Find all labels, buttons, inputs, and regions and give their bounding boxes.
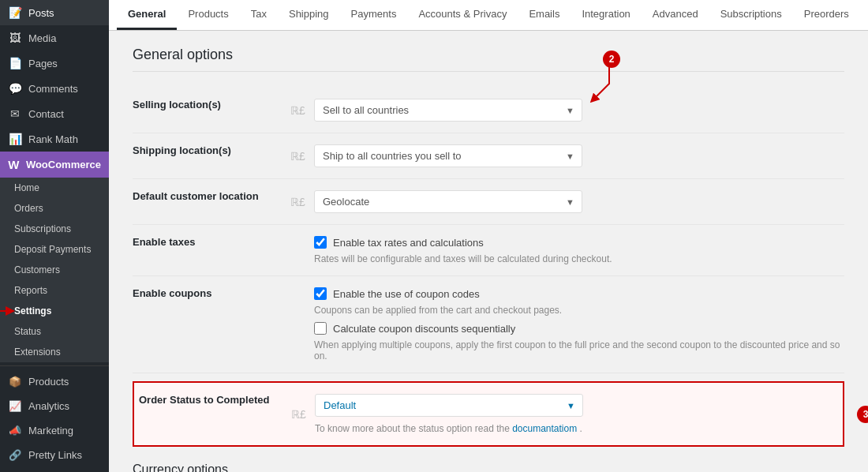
marketing-icon: 📣 [8, 425, 22, 436]
selling-location-field: Sell to all countries Sell to specific c… [314, 88, 844, 133]
selling-location-select-wrapper: Sell to all countries Sell to specific c… [314, 99, 582, 122]
sidebar-divider [0, 365, 109, 366]
settings-table: Selling location(s) ℝ£ Sell to all count… [133, 88, 844, 373]
tab-tax[interactable]: Tax [240, 0, 278, 30]
currency-section-title: Currency options [133, 463, 844, 472]
products-icon: 📦 [8, 376, 22, 388]
shipping-location-field: Ship to all countries you sell to Ship t… [314, 133, 844, 179]
main-content: General Products Tax Shipping Payments A… [109, 0, 868, 472]
enable-taxes-row: Enable taxes Enable tax rates and calcul… [133, 225, 844, 276]
sequential-coupons-label[interactable]: Calculate coupon discounts sequentially [333, 323, 515, 335]
woo-icon: W [8, 158, 20, 171]
shipping-location-row: Shipping location(s) ℝ£ Ship to all coun… [133, 133, 844, 179]
sidebar-item-subscriptions[interactable]: Subscriptions [0, 219, 109, 239]
enable-taxes-checkbox[interactable] [314, 236, 327, 249]
documentation-link[interactable]: documantatiom [512, 423, 577, 434]
media-icon: 🖼 [8, 32, 22, 44]
selling-location-label: Selling location(s) [133, 88, 290, 133]
sidebar-item-analytics[interactable]: 📈 Analytics [0, 394, 109, 418]
coupons-help-2: When applying multiple coupons, apply th… [314, 339, 844, 361]
enable-taxes-checkbox-label[interactable]: Enable tax rates and calculations [333, 237, 484, 249]
tab-products[interactable]: Products [177, 0, 239, 30]
pages-icon: 📄 [8, 57, 22, 69]
annotation-arrow-1 [0, 305, 15, 317]
rankmath-icon: 📊 [8, 133, 22, 145]
sidebar-item-products[interactable]: 📦 Products [0, 369, 109, 394]
woocommerce-submenu: Home Orders Subscriptions Deposit Paymen… [0, 178, 109, 362]
annotation-2-group: 2 [590, 60, 628, 99]
sidebar-item-settings[interactable]: Settings 1 [0, 301, 109, 321]
pretty-links-icon: 🔗 [8, 449, 22, 461]
comments-icon: 💬 [8, 82, 22, 95]
sidebar-item-contact[interactable]: ✉ Contact [0, 101, 109, 126]
sidebar-item-status[interactable]: Status [0, 321, 109, 342]
tax-checkbox-row: Enable tax rates and calculations [314, 236, 844, 249]
tabs-bar: General Products Tax Shipping Payments A… [109, 0, 868, 31]
enable-coupons-label-text[interactable]: Enable the use of coupon codes [333, 288, 480, 300]
tab-accounts-privacy[interactable]: Accounts & Privacy [407, 0, 518, 30]
sequential-coupons-checkbox[interactable] [314, 322, 327, 335]
enable-taxes-field: Enable tax rates and calculations Rates … [314, 225, 844, 276]
order-status-row: Order Status to Completed ℝ£ Default Pro… [133, 382, 844, 446]
order-status-select-wrapper: Default Processing Completed On Hold ▼ [315, 394, 583, 417]
tab-shipping[interactable]: Shipping [278, 0, 340, 30]
enable-coupons-checkbox[interactable] [314, 287, 327, 300]
enable-coupons-label: Enable coupons [133, 276, 290, 373]
selling-location-row: Selling location(s) ℝ£ Sell to all count… [133, 88, 844, 133]
customer-location-select[interactable]: Geolocate No location by default Shop ba… [314, 190, 582, 213]
sidebar-item-extensions[interactable]: Extensions [0, 342, 109, 362]
sidebar-item-orders[interactable]: Orders [0, 198, 109, 219]
tab-subscriptions[interactable]: Subscriptions [709, 0, 793, 30]
order-status-help: To know more about the status option rea… [315, 423, 843, 434]
contact-icon: ✉ [8, 107, 22, 120]
tab-preorders[interactable]: Preorders [793, 0, 860, 30]
sidebar-item-reports[interactable]: Reports [0, 280, 109, 301]
sidebar-item-customers[interactable]: Customers [0, 260, 109, 280]
customer-location-field: Geolocate No location by default Shop ba… [314, 179, 844, 225]
enable-taxes-help: Rates will be configurable and taxes wil… [314, 253, 844, 264]
shipping-location-label: Shipping location(s) [133, 133, 290, 179]
customer-location-row: Default customer location ℝ£ Geolocate N… [133, 179, 844, 225]
sidebar-item-comments[interactable]: 💬 Comments [0, 76, 109, 101]
coupon-checkbox-row-1: Enable the use of coupon codes [314, 287, 844, 300]
selling-location-icon: ℝ£ [290, 88, 314, 133]
sidebar-item-marketing[interactable]: 📣 Marketing [0, 418, 109, 443]
coupon-checkbox-row-2: Calculate coupon discounts sequentially [314, 322, 844, 335]
sidebar-item-posts[interactable]: 📝 Posts [0, 0, 109, 25]
enable-taxes-label: Enable taxes [133, 225, 290, 276]
shipping-location-select-wrapper: Ship to all countries you sell to Ship t… [314, 144, 582, 167]
tab-advanced[interactable]: Advanced [642, 0, 709, 30]
sidebar: 📝 Posts 🖼 Media 📄 Pages 💬 Comments ✉ Con… [0, 0, 109, 472]
customer-location-label: Default customer location [133, 179, 290, 225]
shipping-location-select[interactable]: Ship to all countries you sell to Ship t… [314, 144, 582, 167]
section-title: General options [133, 47, 844, 72]
posts-icon: 📝 [8, 6, 22, 19]
enable-coupons-field: Enable the use of coupon codes Coupons c… [314, 276, 844, 373]
page-content-area: General options Selling location(s) ℝ£ S… [109, 31, 868, 472]
order-status-label: Order Status to Completed [133, 382, 291, 446]
sidebar-item-home[interactable]: Home [0, 178, 109, 198]
sidebar-item-pretty-links[interactable]: 🔗 Pretty Links [0, 443, 109, 467]
annotation-badge-3: 3 [857, 406, 868, 423]
shipping-location-icon: ℝ£ [290, 133, 314, 179]
tab-payments[interactable]: Payments [340, 0, 408, 30]
sidebar-item-media[interactable]: 🖼 Media [0, 25, 109, 51]
sidebar-item-pages[interactable]: 📄 Pages [0, 51, 109, 76]
tab-integration[interactable]: Integration [571, 0, 641, 30]
customer-location-select-wrapper: Geolocate No location by default Shop ba… [314, 190, 582, 213]
order-status-field: Default Processing Completed On Hold ▼ T… [315, 382, 844, 446]
tab-emails[interactable]: Emails [518, 0, 571, 30]
customer-location-icon: ℝ£ [290, 179, 314, 225]
tab-general[interactable]: General [117, 0, 177, 30]
order-status-table: Order Status to Completed ℝ£ Default Pro… [133, 381, 844, 447]
order-status-icon: ℝ£ [291, 382, 315, 446]
annotation-badge-2: 2 [603, 51, 620, 68]
coupons-help-1: Coupons can be applied from the cart and… [314, 305, 844, 316]
selling-location-select[interactable]: Sell to all countries Sell to specific c… [314, 99, 582, 122]
order-status-select[interactable]: Default Processing Completed On Hold [315, 394, 583, 417]
analytics-icon: 📈 [8, 400, 22, 412]
sidebar-woocommerce-header[interactable]: W WooCommerce [0, 152, 109, 178]
sidebar-item-rankmath[interactable]: 📊 Rank Math [0, 126, 109, 152]
sidebar-item-deposit-payments[interactable]: Deposit Payments [0, 239, 109, 260]
enable-coupons-row: Enable coupons Enable the use of coupon … [133, 276, 844, 373]
